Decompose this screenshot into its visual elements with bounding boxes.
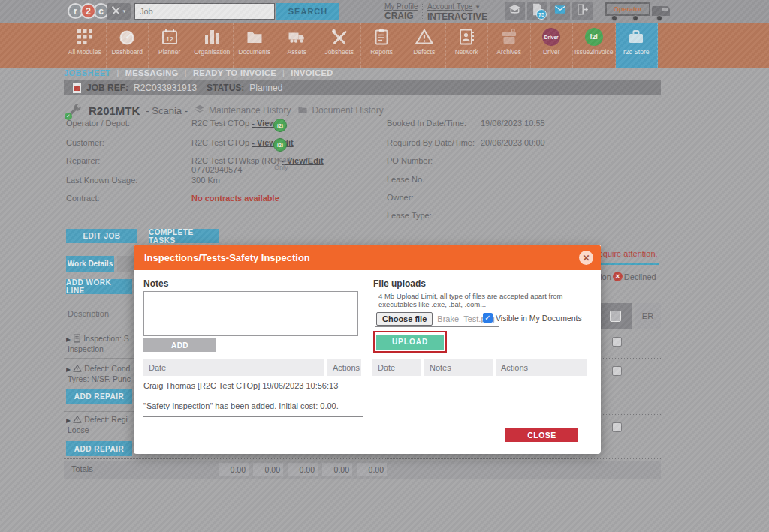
logout-button[interactable] [572, 2, 593, 20]
vehicle-make: - Scania - [146, 105, 188, 116]
module-reports[interactable]: Reports [361, 23, 404, 68]
field-lease-no: Lease No. [387, 175, 481, 184]
nav-ready-to-invoice[interactable]: READY TO INVOICE [193, 68, 276, 77]
tab-hidden-fragment[interactable] [117, 256, 135, 272]
envelope-icon [553, 3, 568, 19]
notification-count-badge: 75 [536, 9, 547, 20]
notes-label: Notes [143, 278, 168, 289]
declined-legend: ation ✕ Declined [593, 272, 656, 281]
divider [593, 263, 659, 265]
module-issue2invoice[interactable]: i2i Issue2invoice [573, 23, 616, 68]
module-dashboard[interactable]: Dashboard [107, 23, 149, 68]
search-input[interactable] [134, 3, 275, 20]
modal-title: Inspections/Tests-Safety Inspection [144, 252, 310, 263]
select-all-checkbox[interactable] [610, 311, 621, 322]
file-input[interactable]: Choose file Brake_Test.png [375, 311, 499, 327]
workline-inspection[interactable]: ▶Inspection: SInspection [66, 334, 134, 353]
logo-letter-2: 2 [80, 3, 96, 19]
view-edit-link[interactable]: - View/Edit [252, 138, 293, 147]
module-all-modules[interactable]: All Modules [64, 23, 107, 68]
notes-history-date-header: Date [143, 359, 324, 376]
divider [422, 4, 423, 19]
field-owner: Owner: [387, 193, 481, 202]
uploads-actions-header: Actions [496, 359, 587, 376]
training-button[interactable] [505, 2, 525, 20]
expand-arrow-icon[interactable]: ▶ [66, 336, 71, 343]
i2i-badge[interactable]: i2i [273, 138, 287, 152]
truck-icon [287, 27, 306, 47]
edit-job-button[interactable]: EDIT JOB [66, 229, 137, 243]
caret-down-icon: ▼ [475, 4, 481, 11]
r2c-logo[interactable]: r 2 c [68, 3, 109, 19]
module-network[interactable]: Network [446, 23, 489, 68]
pdf-icon[interactable] [73, 83, 81, 93]
safety-inspection-modal: Inspections/Tests-Safety Inspection ✕ No… [134, 245, 601, 454]
vehicle-reg: R201MTK [89, 104, 140, 117]
file-uploads-label: File uploads [373, 278, 426, 289]
account-type-block: Account Type ▼ INTERACTIVE [427, 2, 487, 21]
total-cell: 0.00 [322, 463, 352, 476]
visible-checkbox[interactable]: ✓ [483, 313, 493, 323]
driver-circle-icon: Driver [542, 28, 560, 46]
module-r2c-store[interactable]: r2c Store [616, 23, 659, 68]
row-checkbox[interactable] [612, 366, 622, 376]
field-customer: Customer:R2C Test CTOp - View/Edit [66, 138, 294, 147]
graduation-cap-icon [508, 2, 522, 20]
row-checkbox[interactable] [612, 337, 622, 347]
add-repair-button[interactable]: ADD REPAIR [66, 441, 132, 456]
module-planner[interactable]: 12 Planner [149, 23, 191, 68]
close-button[interactable]: CLOSE [505, 428, 578, 442]
operator-truck-badge[interactable]: Operator [605, 1, 680, 22]
choose-file-button[interactable]: Choose file [376, 312, 433, 326]
select-all-header-cell [599, 303, 632, 329]
topbar-icon-tray: 75 [505, 2, 593, 20]
i2i-circle-icon: i2i [585, 28, 603, 46]
tools-icon [330, 27, 349, 47]
module-driver[interactable]: Driver Driver [531, 23, 574, 68]
divider [593, 358, 661, 359]
workline-defect-2[interactable]: ▶Defect: RegiLoose [66, 415, 134, 434]
upload-button[interactable]: UPLOAD [376, 335, 444, 350]
notes-textarea[interactable] [143, 291, 358, 336]
nav-messaging[interactable]: MESSAGING [125, 68, 179, 77]
module-defects[interactable]: Defects [403, 23, 446, 68]
vehicle-header: ✓ R201MTK - Scania - Maintenance History… [66, 102, 384, 119]
messages-button[interactable] [550, 2, 570, 20]
divider [64, 358, 134, 359]
module-jobsheets[interactable]: Jobsheets [318, 23, 361, 68]
maintenance-history-link[interactable]: Maintenance History [194, 104, 291, 118]
add-work-line-button[interactable]: ADD WORK LINE [66, 279, 132, 294]
workline-defect-1[interactable]: ▶Defect: CondTyres: N/SF. Punc [66, 364, 134, 383]
folder-icon [297, 104, 309, 117]
view-link[interactable]: - View [252, 119, 276, 128]
search-type-dropdown[interactable]: ▼ [107, 3, 131, 20]
close-icon[interactable]: ✕ [579, 251, 593, 265]
add-repair-button[interactable]: ADD REPAIR [66, 389, 132, 404]
document-history-link[interactable]: Document History [297, 104, 383, 117]
divider [366, 275, 366, 425]
field-operator-depot: Operator / Depot:R2C Test CTOp - View [66, 119, 276, 128]
history-entry-author: Craig Thomas [R2C Test CTOp] 19/06/2023 … [143, 381, 338, 390]
module-archives[interactable]: Archives [488, 23, 531, 68]
gauge-icon [117, 27, 137, 47]
nav-jobsheet[interactable]: JOBSHEET [64, 68, 111, 77]
tab-work-details[interactable]: Work Details [66, 256, 114, 272]
contacts-book-icon [457, 27, 476, 47]
search-button[interactable]: SEARCH [276, 3, 339, 20]
module-organisation[interactable]: Organisation [191, 23, 234, 68]
i2i-badge[interactable]: i2i [273, 119, 287, 132]
expand-arrow-icon[interactable]: ▶ [66, 366, 71, 373]
notifications-button[interactable]: 75 [527, 2, 547, 20]
expand-arrow-icon[interactable]: ▶ [66, 417, 71, 424]
my-profile-block: My Profile CRAIG [384, 2, 418, 20]
nav-invoiced[interactable]: INVOICED [291, 68, 333, 77]
module-assets[interactable]: Assets [276, 23, 319, 68]
building-icon [202, 27, 222, 47]
total-cell: 0.00 [253, 463, 283, 476]
module-documents[interactable]: Documents [234, 23, 276, 68]
field-po-number: PO Number: [387, 156, 481, 165]
add-note-button[interactable]: ADD [143, 338, 216, 352]
total-cell: 0.00 [219, 463, 249, 476]
complete-tasks-button[interactable]: COMPLETE TASKS [149, 229, 219, 243]
row-checkbox[interactable] [612, 422, 622, 432]
